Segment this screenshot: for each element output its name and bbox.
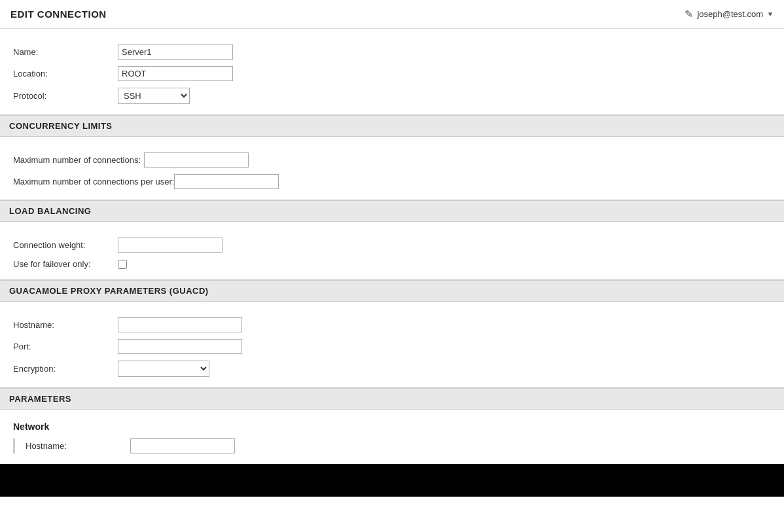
load-balancing-title: LOAD BALANCING xyxy=(9,206,91,216)
user-icon: ✎ xyxy=(685,8,693,20)
guacd-section: Hostname: Port: Encryption: None SSL/TLS xyxy=(0,302,784,388)
guacd-hostname-row: Hostname: xyxy=(13,317,771,332)
location-row: Location: xyxy=(13,66,771,81)
protocol-row: Protocol: SSH VNC RDP Telnet xyxy=(13,88,771,104)
connection-weight-row: Connection weight: xyxy=(13,238,771,253)
max-per-user-row: Maximum number of connections per user: xyxy=(13,174,771,189)
name-row: Name: xyxy=(13,44,771,60)
parameters-section: Network Hostname: xyxy=(0,410,784,464)
page-wrapper: Name: Location: Protocol: SSH VNC RDP Te… xyxy=(0,29,784,532)
main-content: Name: Location: Protocol: SSH VNC RDP Te… xyxy=(0,29,784,532)
max-connections-row: Maximum number of connections: xyxy=(13,152,771,168)
guacd-encryption-select[interactable]: None SSL/TLS xyxy=(118,361,209,377)
load-balancing-section-header: LOAD BALANCING xyxy=(0,200,784,222)
name-label: Name: xyxy=(13,47,118,57)
guacd-section-header: GUACAMOLE PROXY PARAMETERS (GUACD) xyxy=(0,280,784,302)
network-title: Network xyxy=(13,421,771,432)
network-hostname-row: Hostname: xyxy=(26,438,771,453)
failover-label: Use for failover only: xyxy=(13,259,118,269)
failover-row: Use for failover only: xyxy=(13,259,771,269)
max-connections-input[interactable] xyxy=(144,152,249,168)
user-email: joseph@test.com xyxy=(697,9,763,19)
network-subsection: Network Hostname: xyxy=(13,421,771,453)
page-title: EDIT CONNECTION xyxy=(10,9,107,20)
parameters-title: PARAMETERS xyxy=(9,394,71,404)
protocol-label: Protocol: xyxy=(13,91,118,101)
guacd-port-input[interactable] xyxy=(118,339,242,354)
guacd-encryption-row: Encryption: None SSL/TLS xyxy=(13,361,771,377)
location-input[interactable] xyxy=(118,66,233,81)
concurrency-title: CONCURRENCY LIMITS xyxy=(9,121,113,131)
max-per-user-label: Maximum number of connections per user: xyxy=(13,177,174,186)
user-dropdown-arrow: ▼ xyxy=(767,10,774,18)
connection-weight-input[interactable] xyxy=(118,238,223,253)
protocol-select[interactable]: SSH VNC RDP Telnet xyxy=(118,88,190,104)
concurrency-section-header: CONCURRENCY LIMITS xyxy=(0,115,784,137)
concurrency-section: Maximum number of connections: Maximum n… xyxy=(0,137,784,200)
network-hostname-input[interactable] xyxy=(130,438,235,453)
name-input[interactable] xyxy=(118,44,233,60)
page-header: EDIT CONNECTION ✎ joseph@test.com ▼ xyxy=(0,0,784,29)
guacd-hostname-label: Hostname: xyxy=(13,320,118,330)
max-per-user-input[interactable] xyxy=(174,174,279,189)
failover-checkbox[interactable] xyxy=(118,260,127,269)
guacd-port-row: Port: xyxy=(13,339,771,354)
guacd-encryption-label: Encryption: xyxy=(13,364,118,374)
guacd-hostname-input[interactable] xyxy=(118,317,242,332)
location-label: Location: xyxy=(13,69,118,79)
network-fields: Hostname: xyxy=(13,438,771,453)
parameters-section-header: PARAMETERS xyxy=(0,388,784,410)
guacd-title: GUACAMOLE PROXY PARAMETERS (GUACD) xyxy=(9,286,209,296)
load-balancing-section: Connection weight: Use for failover only… xyxy=(0,222,784,280)
network-hostname-label: Hostname: xyxy=(26,441,130,451)
connection-weight-label: Connection weight: xyxy=(13,240,118,250)
basic-info-section: Name: Location: Protocol: SSH VNC RDP Te… xyxy=(0,29,784,115)
user-menu[interactable]: ✎ joseph@test.com ▼ xyxy=(685,8,774,20)
guacd-port-label: Port: xyxy=(13,342,118,351)
max-connections-label: Maximum number of connections: xyxy=(13,155,144,165)
bottom-bar xyxy=(0,464,784,497)
